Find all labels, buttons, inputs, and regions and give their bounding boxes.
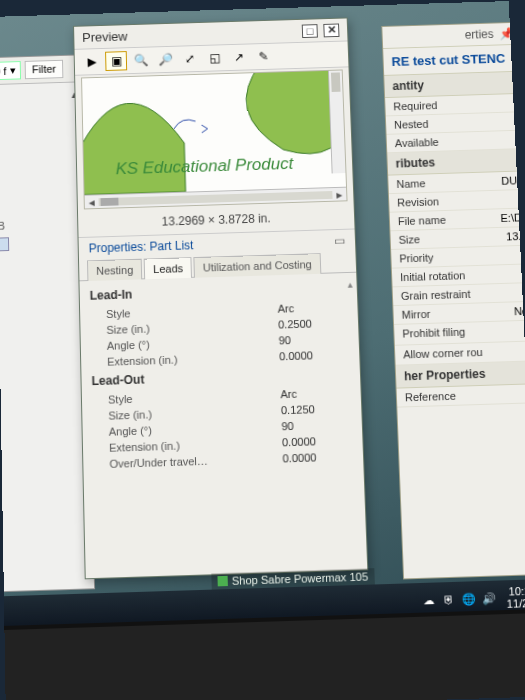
edit-icon[interactable]: ✎ [252,47,274,67]
pin-icon[interactable]: 📌 [499,27,514,41]
value[interactable]: Arc [280,386,351,400]
value[interactable]: Never [514,304,525,317]
scroll-up-icon[interactable]: ▴ [347,279,352,290]
scroll-right-icon[interactable]: ▸ [332,187,346,201]
window-title: Preview [82,29,128,45]
label: Allow corner rou [403,346,483,361]
zoom-in-icon[interactable]: 🔍 [130,50,152,70]
label: Priority [399,252,434,265]
label: Revision [397,196,439,209]
label: Prohibit filing [402,326,465,342]
close-icon[interactable]: × [0,257,81,272]
label: Over/Under travel… [109,452,282,470]
label: Initial rotation [400,269,466,283]
value[interactable]: 0.0000 [282,450,353,464]
grid-icon[interactable] [0,237,9,251]
label: Grain restraint [401,288,471,302]
value[interactable]: 0.1250 [281,402,352,416]
chevron-up-icon[interactable]: ▴ [0,88,78,104]
value[interactable]: 90 [279,332,349,346]
value[interactable]: 13.296 [506,230,525,243]
preview-canvas[interactable]: KS Educational Product [82,70,346,194]
combo-text: CAD f [0,65,7,77]
value[interactable]: 90 [281,418,352,432]
security-icon[interactable]: ⛨ [441,592,456,607]
value[interactable]: E:\DUM [500,211,525,224]
label: Required [393,99,437,112]
onedrive-icon[interactable]: ☁ [421,593,436,608]
sound-icon[interactable]: 🔊 [482,591,497,606]
clock[interactable]: 10:12 AM 11/2/2021 [506,584,525,610]
properties-body: ▴ Lead-In StyleArc Size (in.)0.2500 Angl… [79,273,363,483]
vertical-scrollbar[interactable] [328,70,346,173]
tab-nesting[interactable]: Nesting [87,259,143,281]
label: Reference [405,390,456,404]
close-button[interactable]: ✕ [323,23,339,37]
app-icon [217,576,227,587]
close-icon[interactable]: ✕ [520,26,525,40]
value[interactable]: DUMIR [501,174,525,187]
properties-panel: erties 📌 ✕ RE test cut STENC antity Requ… [381,21,525,579]
collapse-icon[interactable]: ▭ [334,234,345,248]
value[interactable]: 0.0000 [279,348,349,362]
value[interactable]: 0.0000 [282,434,353,448]
preview-canvas-wrap: KS Educational Product ◂ ▸ [81,69,347,209]
properties-title: Properties: Part List [89,238,194,255]
filter-button[interactable]: Filter [25,60,63,79]
panel-label: erties [464,27,493,41]
label: File name [398,214,446,227]
label: Size [398,233,420,245]
select-icon[interactable]: ▣ [105,51,127,71]
label: Available [395,136,439,149]
slider-thumb[interactable] [100,197,118,205]
label: Mirror [401,308,430,321]
zoom-fit-icon[interactable]: ⤢ [179,49,201,69]
date: 11/2/2021 [506,596,525,610]
part-title: RE test cut STENC [383,44,525,76]
measure-icon[interactable]: ↗ [228,47,250,67]
label: Nested [394,118,429,131]
cad-format-combo[interactable]: CAD f ▾ [0,61,21,81]
time: 10:12 AM [506,584,525,598]
filesize-label: 36 KB [0,217,80,232]
value[interactable]: Arc [277,301,347,315]
chevron-down-icon: ▾ [10,64,16,77]
zoom-window-icon[interactable]: ◱ [203,48,225,68]
value[interactable]: 0.2500 [278,316,348,330]
label: Name [396,177,426,190]
maximize-button[interactable]: □ [302,24,318,38]
zoom-out-icon[interactable]: 🔎 [154,50,176,70]
pointer-icon[interactable]: ▶ [81,52,103,72]
preview-window: Preview □ ✕ ▶ ▣ 🔍 🔎 ⤢ ◱ ↗ ✎ KS [73,17,368,579]
tab-leads[interactable]: Leads [144,257,192,279]
scroll-left-icon[interactable]: ◂ [85,195,99,209]
network-icon[interactable]: 🌐 [462,591,477,606]
